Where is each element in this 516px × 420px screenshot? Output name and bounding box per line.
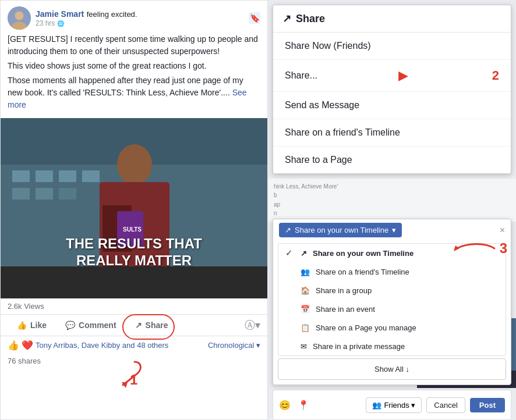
- post-meta: Jamie Smart feeling excited. 23 hrs 🌐: [36, 9, 244, 27]
- reactions-bar: 👍 ❤️ Tony Arribas, Dave Kibby and 48 oth…: [1, 336, 267, 354]
- submenu-friend-timeline[interactable]: ✓ 👥 Share on a friend's Timeline: [278, 262, 506, 281]
- post-header: Jamie Smart feeling excited. 23 hrs 🌐 🔖: [1, 1, 267, 33]
- svg-rect-6: [12, 170, 30, 182]
- share-dropdown-container: ↗ Share Share Now (Friends) Share... ◀ 2…: [268, 0, 516, 179]
- svg-point-3: [15, 12, 23, 20]
- annotation-num-3: 3: [500, 240, 507, 257]
- svg-rect-11: [36, 188, 53, 200]
- close-button[interactable]: ×: [500, 225, 505, 236]
- location-icon[interactable]: 📍: [298, 400, 309, 411]
- page-icon: 📋: [301, 323, 310, 332]
- action-bar: 👍 Like 💬 Comment ↗ Share Ⓐ▾: [1, 315, 267, 336]
- bookmark-icon[interactable]: 🔖: [249, 12, 260, 24]
- like-icon: 👍: [17, 321, 27, 330]
- video-overlay-text: THE RESULTS THAT REALLY MATTER: [1, 236, 267, 269]
- share-submenu: ✓ ↗ Share on your own Timeline ✓ 👥 Share…: [278, 243, 506, 356]
- reactors-text[interactable]: Tony Arribas, Dave Kibby and 48 others: [36, 341, 168, 350]
- avatar: [8, 6, 31, 30]
- show-all-button[interactable]: Show All ↓: [278, 358, 506, 380]
- submenu-page[interactable]: ✓ 📋 Share on a Page you manage: [278, 318, 506, 337]
- own-timeline-icon: ↗: [301, 249, 307, 258]
- share-dialog-header: ↗ Share on your own Timeline ▾ ×: [273, 219, 511, 241]
- share-to-label: Share on your own Timeline: [295, 226, 388, 234]
- share-dropdown-title: Share: [296, 13, 325, 25]
- share-to-timeline-button[interactable]: ↗ Share on your own Timeline ▾: [279, 223, 402, 237]
- comment-button[interactable]: 💬 Comment: [56, 317, 126, 333]
- right-panel: ↗ Share Share Now (Friends) Share... ◀ 2…: [268, 0, 516, 420]
- user-status: feeling excited.: [87, 10, 137, 19]
- share-ellipsis-option[interactable]: Share... ◀ 2: [273, 60, 511, 92]
- user-name-status: Jamie Smart feeling excited.: [36, 9, 244, 19]
- annotation-1-area: 1: [1, 368, 267, 397]
- svg-rect-10: [12, 188, 30, 200]
- share-header-icon: ↗: [282, 12, 291, 25]
- left-panel: Jamie Smart feeling excited. 23 hrs 🌐 🔖 …: [0, 0, 268, 420]
- check-icon: ✓: [285, 248, 295, 258]
- comment-icon: 💬: [65, 321, 75, 330]
- chronological-sort[interactable]: Chronological ▾: [208, 341, 260, 350]
- dropdown-arrow-icon: ▾: [392, 226, 396, 234]
- share-button[interactable]: ↗ Share: [126, 317, 178, 333]
- friends-dropdown-button[interactable]: 👥 Friends ▾: [366, 397, 422, 413]
- ad-icon: Ⓐ▾: [245, 318, 260, 332]
- svg-marker-24: [454, 245, 460, 251]
- svg-rect-8: [59, 170, 76, 182]
- share-friend-timeline-option[interactable]: Share on a friend's Timeline: [273, 119, 511, 147]
- bottom-action-bar: 😊 📍 👥 Friends ▾ Cancel Post: [273, 390, 511, 420]
- post-button[interactable]: Post: [470, 398, 505, 412]
- friends-icon: 👥: [372, 401, 381, 410]
- like-reaction: 👍: [8, 340, 19, 351]
- submenu-group[interactable]: ✓ 🏠 Share in a group: [278, 281, 506, 300]
- user-name[interactable]: Jamie Smart: [36, 9, 84, 19]
- svg-rect-18: [1, 266, 267, 298]
- like-button[interactable]: 👍 Like: [8, 317, 56, 333]
- annotation-3-area: 3: [451, 240, 507, 257]
- arrow-2-icon: ◀: [398, 68, 408, 83]
- share-dropdown-header: ↗ Share: [273, 5, 511, 33]
- message-icon: ✉: [301, 342, 307, 351]
- svg-text:SULTS: SULTS: [123, 226, 142, 233]
- svg-point-13: [117, 144, 152, 185]
- globe-icon: 🌐: [57, 20, 64, 27]
- bottom-icons: 😊 📍: [279, 400, 309, 411]
- num-2-label: 2: [492, 68, 499, 83]
- svg-rect-9: [82, 170, 100, 182]
- share-button-wrapper: ↗ Share: [126, 317, 178, 333]
- see-more-link[interactable]: See more: [8, 88, 247, 109]
- send-message-option[interactable]: Send as Message: [273, 92, 511, 119]
- post-text: [GET RESULTS] I recently spent some time…: [1, 33, 267, 118]
- submenu-private-message[interactable]: ✓ ✉ Share in a private message: [278, 337, 506, 355]
- share-icon: ↗: [135, 321, 142, 330]
- share-dropdown-top: ↗ Share Share Now (Friends) Share... ◀ 2…: [273, 5, 511, 174]
- post-video[interactable]: SULTS THE RESULTS THAT REALLY MATTER: [1, 118, 267, 298]
- love-reaction: ❤️: [22, 340, 33, 351]
- group-icon: 🏠: [301, 286, 310, 295]
- svg-rect-12: [59, 188, 76, 200]
- cancel-button[interactable]: Cancel: [426, 397, 465, 413]
- share-to-page-option[interactable]: Share to a Page: [273, 147, 511, 173]
- svg-rect-7: [36, 170, 53, 182]
- post-time: 23 hrs 🌐: [36, 19, 244, 27]
- friends-label: Friends ▾: [384, 401, 415, 410]
- share-now-option[interactable]: Share Now (Friends): [273, 33, 511, 60]
- share-to-icon: ↗: [285, 226, 291, 234]
- event-icon: 📅: [301, 305, 310, 314]
- smiley-icon[interactable]: 😊: [279, 400, 291, 411]
- submenu-event[interactable]: ✓ 📅 Share in an event: [278, 300, 506, 318]
- right-background: hink Less, Achieve More' b ap n ↗ Share …: [268, 179, 516, 420]
- annotation-num-1: 1: [130, 372, 137, 388]
- views-count: 2.6k Views: [1, 298, 267, 315]
- bg-post-snippet: hink Less, Achieve More' b ap n: [268, 179, 516, 222]
- friend-icon: 👥: [301, 268, 310, 276]
